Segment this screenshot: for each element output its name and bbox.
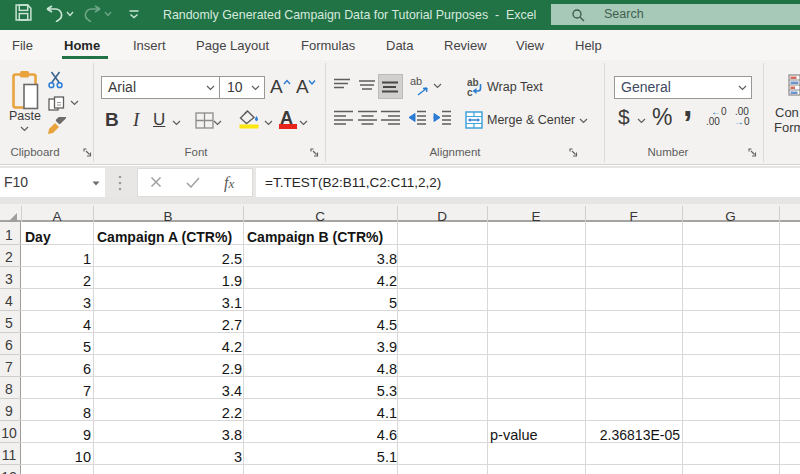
- svg-text:c: c: [467, 87, 473, 97]
